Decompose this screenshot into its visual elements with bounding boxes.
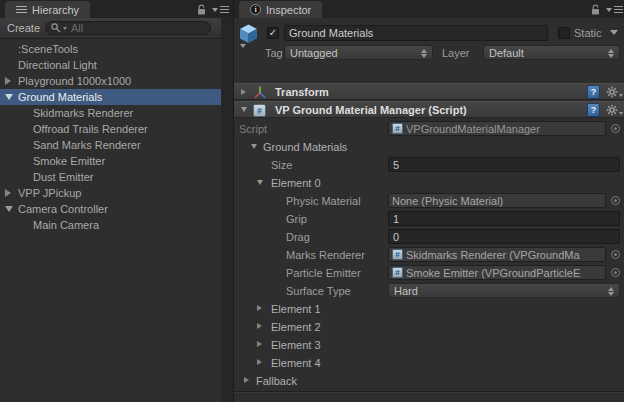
hierarchy-item[interactable]: Directional Light xyxy=(0,57,221,73)
item-label: Offroad Trails Renderer xyxy=(33,123,148,135)
layer-label: Layer xyxy=(442,47,470,59)
property-label: Marks Renderer xyxy=(286,249,365,261)
foldout-collapsed-icon[interactable] xyxy=(257,341,262,347)
property-label: Particle Emitter xyxy=(286,267,361,279)
gameobject-name-field[interactable]: Ground Materials xyxy=(284,25,548,41)
foldout-collapsed-icon[interactable] xyxy=(244,377,249,383)
gameobject-cube-icon[interactable] xyxy=(238,23,259,46)
script-object-field[interactable]: # VPGroundMaterialManager xyxy=(388,121,606,136)
property-row-physic-material: Physic Material None (Physic Material) xyxy=(234,192,624,210)
property-label: Physic Material xyxy=(286,195,361,207)
dropdown-value: Hard xyxy=(394,285,418,297)
marks-renderer-object-field[interactable]: # Skidmarks Renderer (VPGroundMa xyxy=(388,247,606,262)
hierarchy-item-selected[interactable]: Ground Materials xyxy=(0,89,221,105)
transform-axes-icon xyxy=(253,85,267,101)
gear-icon[interactable] xyxy=(606,104,623,116)
foldout-expanded-icon[interactable] xyxy=(5,94,13,100)
foldout-collapsed-icon[interactable] xyxy=(257,359,262,365)
lock-icon[interactable] xyxy=(590,4,601,18)
property-label: Script xyxy=(239,123,267,135)
script-mini-icon: # xyxy=(392,267,403,278)
component-header-transform[interactable]: Transform ? xyxy=(234,83,624,100)
dropdown-arrows-icon xyxy=(608,287,615,296)
property-row-foldout[interactable]: Fallback xyxy=(234,372,624,390)
property-label: Element 4 xyxy=(271,357,321,369)
hierarchy-item[interactable]: Sand Marks Renderer xyxy=(0,137,221,153)
search-icon xyxy=(51,23,61,33)
gear-icon[interactable] xyxy=(606,86,623,98)
hierarchy-item[interactable]: Playground 1000x1000 xyxy=(0,73,221,89)
panel-menu-icon[interactable] xyxy=(606,6,623,13)
property-row-foldout[interactable]: Element 4 xyxy=(234,354,624,372)
lock-icon[interactable] xyxy=(196,4,207,18)
property-row-foldout[interactable]: Element 3 xyxy=(234,336,624,354)
foldout-collapsed-icon[interactable] xyxy=(257,323,262,329)
hierarchy-item[interactable]: Dust Emitter xyxy=(0,169,221,185)
hierarchy-tree: :SceneTools Directional Light Playground… xyxy=(0,39,221,402)
foldout-collapsed-icon[interactable] xyxy=(241,89,246,95)
static-dropdown-caret[interactable] xyxy=(610,30,618,35)
item-label: Smoke Emitter xyxy=(33,155,105,167)
foldout-expanded-icon[interactable] xyxy=(241,107,247,112)
property-row-script: Script # VPGroundMaterialManager xyxy=(234,120,624,138)
tab-hierarchy[interactable]: Hierarchy xyxy=(5,1,90,18)
item-label: Ground Materials xyxy=(18,91,102,103)
panel-menu-icon[interactable] xyxy=(212,6,229,13)
object-field-value: VPGroundMaterialManager xyxy=(406,123,540,135)
hierarchy-item[interactable]: Skidmarks Renderer xyxy=(0,105,221,121)
hierarchy-toolbar: Create All xyxy=(0,18,221,39)
property-row-foldout[interactable]: Element 1 xyxy=(234,300,624,318)
active-checkbox[interactable]: ✓ xyxy=(267,27,279,39)
tag-value: Untagged xyxy=(290,47,338,59)
foldout-expanded-icon[interactable] xyxy=(257,180,263,185)
foldout-expanded-icon[interactable] xyxy=(5,206,13,212)
foldout-collapsed-icon[interactable] xyxy=(257,305,262,311)
property-row-marks-renderer: Marks Renderer # Skidmarks Renderer (VPG… xyxy=(234,246,624,264)
help-icon[interactable]: ? xyxy=(587,103,600,117)
help-icon[interactable]: ? xyxy=(587,85,600,99)
hierarchy-item[interactable]: VPP JPickup xyxy=(0,185,221,201)
object-picker-icon[interactable] xyxy=(611,268,620,277)
tag-dropdown[interactable]: Untagged xyxy=(284,45,433,60)
size-field[interactable]: 5 xyxy=(388,157,620,172)
property-row-foldout[interactable]: Element 2 xyxy=(234,318,624,336)
foldout-expanded-icon[interactable] xyxy=(251,144,257,149)
hierarchy-item[interactable]: Smoke Emitter xyxy=(0,153,221,169)
icon-picker-caret[interactable] xyxy=(240,44,246,48)
foldout-collapsed-icon[interactable] xyxy=(5,189,11,197)
hierarchy-panel: Hierarchy Create All :SceneTools Directi… xyxy=(0,0,233,402)
particle-emitter-object-field[interactable]: # Smoke Emitter (VPGroundParticleE xyxy=(388,265,606,280)
script-mini-icon: # xyxy=(392,249,403,260)
static-checkbox[interactable] xyxy=(558,27,570,39)
create-button-label: Create xyxy=(7,22,40,34)
hierarchy-item[interactable]: Offroad Trails Renderer xyxy=(0,121,221,137)
tab-inspector[interactable]: i Inspector xyxy=(239,1,322,18)
tab-hierarchy-label: Hierarchy xyxy=(32,4,79,16)
inspector-panel: i Inspector ✓ Ground Materi xyxy=(233,0,624,402)
unity-editor-window: Hierarchy Create All :SceneTools Directi… xyxy=(0,0,624,402)
drag-field[interactable]: 0 xyxy=(388,229,620,244)
object-picker-icon[interactable] xyxy=(611,196,620,205)
property-row-foldout[interactable]: Ground Materials xyxy=(234,138,624,156)
property-label: Element 3 xyxy=(271,339,321,351)
property-label: Surface Type xyxy=(286,285,351,297)
item-label: Camera Controller xyxy=(18,203,108,215)
physic-material-object-field[interactable]: None (Physic Material) xyxy=(388,193,606,208)
object-picker-icon[interactable] xyxy=(611,124,620,133)
search-filter-caret-icon xyxy=(63,27,67,30)
script-mini-icon: # xyxy=(392,123,403,134)
item-label: Dust Emitter xyxy=(33,171,94,183)
component-header-script[interactable]: # VP Ground Material Manager (Script) ? xyxy=(234,101,624,118)
tab-inspector-label: Inspector xyxy=(266,4,311,16)
object-picker-icon[interactable] xyxy=(611,250,620,259)
hierarchy-item[interactable]: :SceneTools xyxy=(0,41,221,57)
surface-type-dropdown[interactable]: Hard xyxy=(388,283,620,298)
grip-field[interactable]: 1 xyxy=(388,211,620,226)
hierarchy-item[interactable]: Main Camera xyxy=(0,217,221,233)
foldout-collapsed-icon[interactable] xyxy=(5,77,11,85)
hierarchy-item[interactable]: Camera Controller xyxy=(0,201,221,217)
layer-dropdown[interactable]: Default xyxy=(483,45,620,60)
property-row-foldout[interactable]: Element 0 xyxy=(234,174,624,192)
hierarchy-search-input[interactable]: All xyxy=(45,21,211,35)
search-placeholder: All xyxy=(69,22,83,34)
